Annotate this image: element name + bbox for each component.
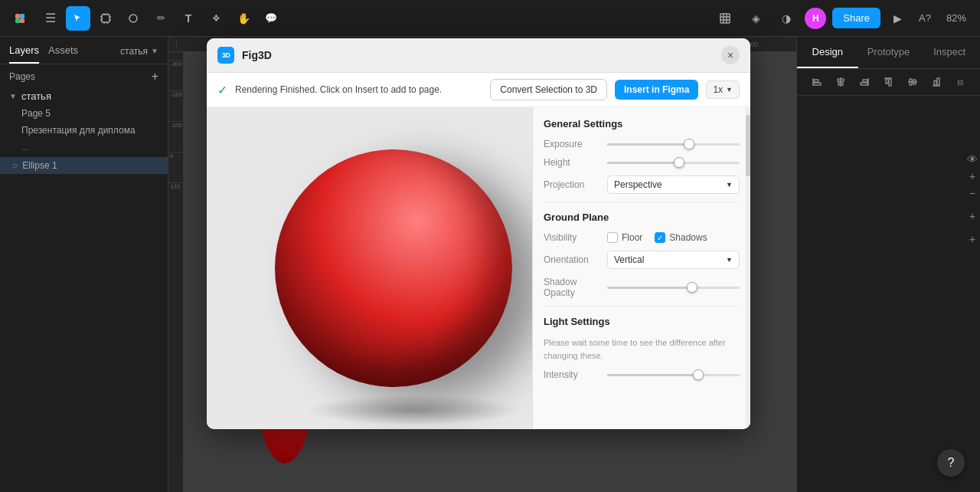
- page-group-statya[interactable]: ▼ статья: [0, 87, 168, 105]
- theme-btn[interactable]: ◑: [774, 6, 799, 31]
- visibility-icon[interactable]: 👁: [967, 153, 978, 166]
- figma-logo[interactable]: [9, 8, 31, 29]
- page-name-display: статья: [120, 46, 148, 57]
- shadows-checkbox-item[interactable]: ✓ Shadows: [655, 232, 707, 243]
- scrollbar-thumb[interactable]: [746, 115, 750, 176]
- projection-select[interactable]: Perspective ▼: [607, 175, 740, 194]
- page-name-chevron: ▼: [151, 47, 158, 55]
- modal-app-icon: 3D: [217, 47, 234, 64]
- panel-edge-controls: 👁 + − + +: [965, 153, 980, 245]
- orientation-row: Orientation Vertical ▼: [544, 251, 740, 269]
- layer-name: Ellipse 1: [22, 160, 57, 171]
- align-center-h-icon[interactable]: [832, 74, 849, 90]
- align-left-icon[interactable]: [808, 74, 825, 90]
- status-message: Rendering Finished. Click on Insert to a…: [235, 84, 482, 95]
- comment-tool-btn[interactable]: 💬: [259, 6, 283, 31]
- tab-assets[interactable]: Assets: [48, 44, 78, 64]
- right-panel-tabs: Design Prototype Inspect: [797, 37, 980, 69]
- add-export-icon[interactable]: +: [969, 233, 975, 245]
- sidebar-tabs: Layers Assets статья ▼: [0, 37, 168, 64]
- page-item-0[interactable]: Page 5: [0, 105, 168, 122]
- shadows-label: Shadows: [669, 232, 707, 243]
- shadow-opacity-label: Shadow Opacity: [544, 277, 601, 298]
- menu-btn[interactable]: ☰: [38, 6, 63, 31]
- intensity-slider[interactable]: [607, 374, 740, 376]
- remove-fill-icon[interactable]: −: [969, 187, 975, 199]
- visibility-row: Visibility Floor ✓ Shadows: [544, 232, 740, 243]
- distribute-icon[interactable]: ⊟: [952, 74, 969, 90]
- modal-body: General Settings Exposure Height: [207, 107, 750, 429]
- add-page-button[interactable]: +: [152, 71, 158, 83]
- insert-in-figma-button[interactable]: Insert in Figma: [615, 80, 698, 100]
- layout-grid-btn[interactable]: [713, 6, 737, 31]
- fig3d-modal[interactable]: 3D Fig3D × ✓ Rendering Finished. Click o…: [207, 38, 750, 429]
- component-tool-btn[interactable]: ❖: [204, 6, 228, 31]
- toolbar: ☰ ✏ T ❖ ✋ 💬 ◈ ◑ H Share ▶ A? 82%: [0, 0, 980, 37]
- general-settings-title: General Settings: [544, 118, 740, 130]
- floor-checkbox-item[interactable]: Floor: [607, 232, 642, 243]
- share-button[interactable]: Share: [832, 8, 880, 28]
- height-slider[interactable]: [607, 162, 740, 164]
- add-effect-icon[interactable]: +: [969, 210, 975, 222]
- intensity-row: Intensity: [544, 369, 740, 380]
- pages-header: Pages +: [0, 64, 168, 86]
- convert-selection-button[interactable]: Convert Selection to 3D: [490, 79, 607, 100]
- svg-rect-0: [15, 14, 20, 18]
- pages-list: ▼ статья Page 5 Презентация для диплома …: [0, 86, 168, 157]
- chevron-down-icon: ▼: [9, 92, 17, 100]
- page-item-2[interactable]: ...: [0, 139, 168, 156]
- svg-rect-3: [20, 18, 24, 23]
- align-right-icon[interactable]: [856, 74, 873, 90]
- zoom-value: 1x: [713, 84, 723, 95]
- exposure-slider[interactable]: [607, 143, 740, 146]
- align-middle-v-icon[interactable]: [904, 74, 921, 90]
- right-panel: Design Prototype Inspect ⊟: [796, 37, 980, 492]
- light-settings-note: Please wait some time to see the differe…: [544, 336, 740, 362]
- height-label: Height: [544, 157, 601, 168]
- zoom-selector[interactable]: 1x ▼: [706, 80, 740, 99]
- 3d-viewport[interactable]: [207, 107, 532, 429]
- align-bottom-icon[interactable]: [928, 74, 945, 90]
- settings-scrollbar[interactable]: [746, 107, 750, 429]
- avatar[interactable]: H: [805, 8, 826, 29]
- hand-tool-btn[interactable]: ✋: [231, 6, 256, 31]
- select-tool-btn[interactable]: [66, 6, 90, 31]
- tab-design[interactable]: Design: [797, 37, 858, 68]
- exposure-label: Exposure: [544, 139, 601, 149]
- tab-layers[interactable]: Layers: [9, 44, 39, 64]
- shadows-checkbox[interactable]: ✓: [655, 232, 665, 243]
- modal-close-button[interactable]: ×: [721, 46, 740, 64]
- svg-point-13: [129, 15, 137, 22]
- layer-ellipse-1[interactable]: ○ Ellipse 1: [0, 157, 168, 174]
- tab-inspect[interactable]: Inspect: [919, 37, 980, 68]
- svg-rect-4: [102, 15, 109, 22]
- align-top-icon[interactable]: [880, 74, 897, 90]
- text-tool-btn[interactable]: T: [176, 6, 201, 31]
- floor-checkbox[interactable]: [607, 232, 618, 243]
- ruler-v-tick: -169: [168, 90, 183, 121]
- play-button[interactable]: ▶: [887, 8, 908, 29]
- plugins-btn[interactable]: ◈: [743, 6, 768, 31]
- alignment-tools: ⊟: [797, 69, 980, 95]
- svg-rect-35: [934, 80, 936, 85]
- projection-label: Projection: [544, 179, 601, 190]
- visibility-label: Visibility: [544, 232, 601, 243]
- modal-status-bar: ✓ Rendering Finished. Click on Insert to…: [207, 73, 750, 107]
- orientation-select[interactable]: Vertical ▼: [607, 251, 740, 269]
- frame-tool-btn[interactable]: [93, 6, 118, 31]
- shadow-opacity-slider[interactable]: [607, 287, 740, 289]
- orientation-chevron-icon: ▼: [726, 256, 733, 264]
- shape-tool-btn[interactable]: [121, 6, 145, 31]
- tab-prototype[interactable]: Prototype: [858, 37, 920, 68]
- page-item-1[interactable]: Презентация для диплома: [0, 122, 168, 139]
- pen-tool-btn[interactable]: ✏: [149, 6, 173, 31]
- add-fill-icon[interactable]: +: [969, 170, 975, 182]
- help-button[interactable]: ?: [937, 449, 965, 477]
- light-settings-title: Light Settings: [544, 316, 740, 327]
- zoom-control[interactable]: 82%: [942, 9, 971, 27]
- orientation-value: Vertical: [614, 254, 644, 265]
- help-icon-btn[interactable]: A?: [914, 9, 936, 27]
- projection-value: Perspective: [614, 179, 662, 190]
- pages-label: Pages: [9, 71, 35, 82]
- ruler-vertical: -300 -169 -100 0 132: [168, 52, 184, 492]
